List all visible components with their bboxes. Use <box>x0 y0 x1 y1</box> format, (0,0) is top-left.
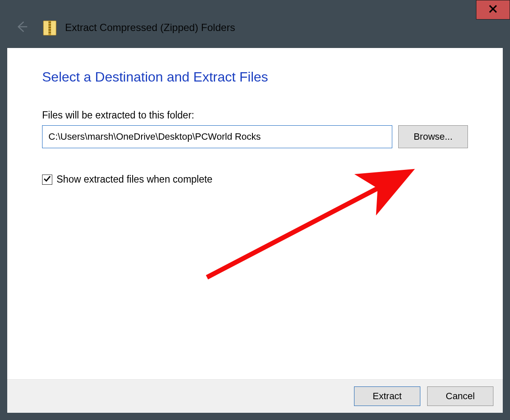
extract-button[interactable]: Extract <box>354 386 420 406</box>
svg-rect-2 <box>48 22 51 23</box>
checkmark-icon <box>43 175 51 184</box>
back-button <box>15 20 28 35</box>
show-files-checkbox-label: Show extracted files when complete <box>57 174 212 185</box>
back-arrow-icon <box>15 20 28 35</box>
window-title: Extract Compressed (Zipped) Folders <box>65 22 235 34</box>
page-heading: Select a Destination and Extract Files <box>42 69 468 85</box>
titlebar: Extract Compressed (Zipped) Folders <box>7 7 503 48</box>
show-files-checkbox-row: Show extracted files when complete <box>42 174 468 185</box>
svg-rect-3 <box>48 24 51 25</box>
close-icon <box>489 5 497 15</box>
content-area: Select a Destination and Extract Files F… <box>7 48 503 379</box>
destination-path-input[interactable] <box>42 125 392 148</box>
extract-wizard-window: Extract Compressed (Zipped) Folders Sele… <box>0 0 510 420</box>
path-label: Files will be extracted to this folder: <box>42 110 468 121</box>
svg-rect-6 <box>48 32 51 33</box>
svg-line-7 <box>207 175 402 277</box>
browse-button[interactable]: Browse... <box>398 125 468 148</box>
cancel-button[interactable]: Cancel <box>427 386 493 406</box>
zip-folder-icon <box>42 19 57 36</box>
footer-bar: Extract Cancel <box>7 379 503 413</box>
svg-rect-5 <box>48 29 51 31</box>
svg-rect-4 <box>48 27 51 28</box>
show-files-checkbox[interactable] <box>42 175 52 185</box>
path-row: Browse... <box>42 125 468 148</box>
close-button[interactable] <box>476 0 510 20</box>
